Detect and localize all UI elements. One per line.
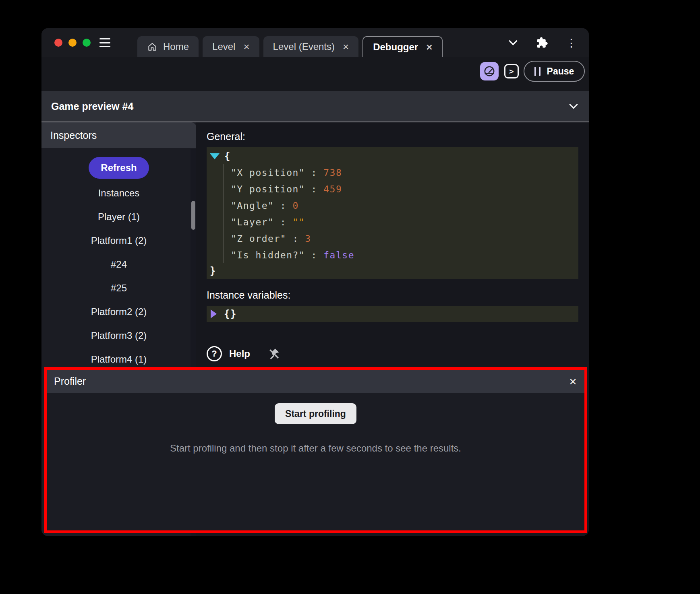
json-close-row: } bbox=[207, 263, 578, 278]
console-icon[interactable]: > bbox=[504, 64, 519, 78]
chevron-down-icon[interactable] bbox=[568, 103, 579, 110]
property-key: Is hidden? bbox=[231, 250, 305, 260]
pause-button[interactable]: Pause bbox=[524, 61, 585, 82]
profiler-header: Profiler × bbox=[47, 370, 584, 393]
property-value: false bbox=[323, 250, 354, 260]
start-profiling-button[interactable]: Start profiling bbox=[275, 403, 356, 424]
tab-home[interactable]: Home bbox=[137, 36, 199, 57]
refresh-button[interactable]: Refresh bbox=[89, 157, 149, 179]
chevron-down-icon[interactable] bbox=[508, 39, 518, 46]
traffic-lights bbox=[54, 39, 91, 47]
game-preview-title: Game preview #4 bbox=[51, 101, 133, 112]
sidebar-item-label: Platform4 (1) bbox=[91, 354, 147, 365]
property-value: "" bbox=[293, 217, 305, 227]
expand-triangle-icon[interactable] bbox=[211, 309, 217, 318]
title-bar: Home Level × Level (Events) × Debugger × bbox=[41, 28, 589, 57]
sidebar-item[interactable]: #24 bbox=[41, 252, 196, 276]
game-preview-header[interactable]: Game preview #4 bbox=[41, 91, 589, 122]
hamburger-menu-icon[interactable] bbox=[95, 33, 114, 52]
sidebar-item[interactable]: Platform1 (2) bbox=[41, 229, 196, 252]
profiler-gauge-icon[interactable] bbox=[480, 62, 499, 80]
sidebar-item-label: Player (1) bbox=[98, 211, 140, 223]
profiler-title: Profiler bbox=[54, 375, 86, 387]
close-icon[interactable]: × bbox=[426, 42, 432, 52]
property-value: 3 bbox=[305, 233, 311, 244]
sidebar-item[interactable]: Platform3 (2) bbox=[41, 324, 196, 347]
instance-variables-row: {} bbox=[207, 306, 578, 322]
property-key: Y position bbox=[231, 184, 305, 194]
tab-label: Home bbox=[163, 41, 189, 52]
sidebar-item-label: Platform1 (2) bbox=[91, 235, 147, 246]
property-colon: : bbox=[286, 233, 305, 244]
pause-label: Pause bbox=[547, 66, 574, 77]
sidebar-item[interactable]: Platform2 (2) bbox=[41, 300, 196, 324]
collapse-triangle-icon[interactable] bbox=[210, 153, 220, 159]
sidebar-item-label: Platform3 (2) bbox=[91, 330, 147, 341]
property-key: Z order bbox=[231, 233, 286, 244]
sidebar-item[interactable]: #25 bbox=[41, 276, 196, 300]
debugger-toolbar: > Pause bbox=[41, 57, 589, 85]
console-glyph: > bbox=[509, 68, 514, 75]
property-colon: : bbox=[305, 250, 323, 260]
general-json-view: { X position : 738 Y position : bbox=[207, 147, 578, 279]
profiler-panel: Profiler × Start profiling Start profili… bbox=[44, 367, 587, 533]
tab-label: Level bbox=[212, 41, 235, 52]
close-icon[interactable]: × bbox=[243, 41, 249, 52]
tab-label: Debugger bbox=[373, 41, 418, 53]
property-value: 0 bbox=[293, 200, 299, 211]
gdevelop-window: Home Level × Level (Events) × Debugger × bbox=[41, 28, 589, 536]
help-icon: ? bbox=[207, 346, 222, 361]
help-button[interactable]: ? Help bbox=[207, 346, 250, 361]
close-icon[interactable]: × bbox=[569, 376, 577, 386]
property-row: Y position : 459 bbox=[224, 181, 578, 197]
scrollbar-thumb[interactable] bbox=[191, 201, 195, 230]
profiler-body: Start profiling Start profiling and then… bbox=[47, 393, 584, 530]
close-brace: } bbox=[210, 265, 216, 276]
sidebar-item-label: #24 bbox=[111, 259, 127, 270]
property-key: Angle bbox=[231, 200, 274, 211]
window-minimize-icon[interactable] bbox=[68, 39, 77, 47]
property-row: Z order : 3 bbox=[224, 230, 578, 247]
tab-debugger[interactable]: Debugger × bbox=[362, 36, 443, 57]
title-bar-actions: ⋮ bbox=[508, 37, 589, 49]
tab-label: Level (Events) bbox=[273, 41, 335, 52]
general-label: General: bbox=[207, 130, 578, 143]
tab-bar: Home Level × Level (Events) × Debugger × bbox=[137, 28, 443, 57]
property-colon: : bbox=[274, 200, 292, 211]
kebab-menu-icon[interactable]: ⋮ bbox=[566, 37, 577, 48]
property-row: Layer : "" bbox=[224, 214, 578, 230]
home-icon bbox=[147, 41, 157, 52]
window-maximize-icon[interactable] bbox=[83, 39, 91, 47]
property-row: Angle : 0 bbox=[224, 197, 578, 214]
sidebar-item-label: Platform2 (2) bbox=[91, 306, 147, 318]
tab-level[interactable]: Level × bbox=[203, 36, 259, 57]
profiler-description: Start profiling and then stop it after a… bbox=[170, 443, 461, 454]
extensions-puzzle-icon[interactable] bbox=[536, 37, 548, 49]
json-root-row: { bbox=[207, 148, 578, 164]
inspectors-header: Inspectors bbox=[41, 122, 196, 148]
help-row: ? Help bbox=[207, 346, 578, 361]
inspectors-title: Inspectors bbox=[50, 130, 97, 141]
property-row: X position : 738 bbox=[224, 164, 578, 181]
instance-variables-label: Instance variables: bbox=[207, 288, 578, 302]
tab-level-events[interactable]: Level (Events) × bbox=[263, 36, 359, 57]
property-colon: : bbox=[305, 184, 323, 194]
sidebar-item[interactable]: Instances bbox=[41, 181, 196, 205]
property-key: X position bbox=[231, 167, 305, 178]
sidebar-item-label: Instances bbox=[98, 188, 140, 199]
property-row: Is hidden? : false bbox=[224, 247, 578, 263]
property-colon: : bbox=[305, 167, 323, 178]
pause-icon bbox=[534, 67, 541, 76]
close-icon[interactable]: × bbox=[343, 41, 349, 52]
help-label: Help bbox=[229, 348, 250, 359]
unpin-icon[interactable] bbox=[267, 347, 281, 361]
sidebar-item-label: #25 bbox=[111, 283, 127, 294]
sidebar-item[interactable]: Player (1) bbox=[41, 205, 196, 229]
property-colon: : bbox=[274, 217, 292, 227]
json-properties: X position : 738 Y position : 459 Angl bbox=[223, 164, 578, 263]
property-value: 459 bbox=[323, 184, 342, 194]
open-brace: { bbox=[224, 151, 231, 162]
property-value: 738 bbox=[323, 167, 342, 178]
window-close-icon[interactable] bbox=[54, 39, 62, 47]
instances-tree: Instances Player (1) Platform1 (2) #24 bbox=[41, 181, 196, 371]
